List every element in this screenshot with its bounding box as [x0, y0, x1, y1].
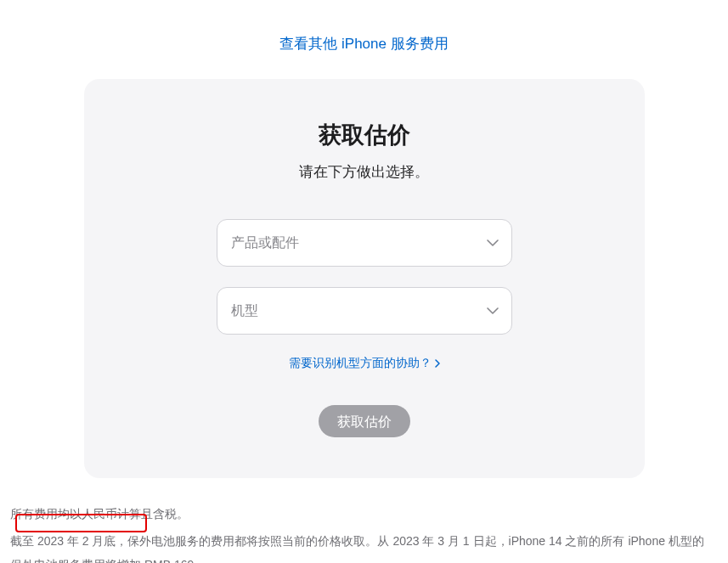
footer-line-2: 截至 2023 年 2 月底，保外电池服务的费用都将按照当前的价格收取。从 20…: [10, 529, 715, 563]
card-title: 获取估价: [118, 120, 611, 150]
card-subtitle: 请在下方做出选择。: [118, 162, 611, 182]
chevron-right-icon: [435, 357, 440, 370]
help-link-label: 需要识别机型方面的协助？: [289, 356, 432, 371]
product-select-placeholder: 产品或配件: [231, 234, 299, 252]
model-select-placeholder: 机型: [231, 302, 258, 320]
product-select[interactable]: 产品或配件: [217, 219, 512, 267]
estimate-card: 获取估价 请在下方做出选择。 产品或配件 机型 需要识别机型方面的协助？ 获取估…: [84, 79, 645, 478]
get-estimate-button[interactable]: 获取估价: [319, 405, 410, 437]
model-select[interactable]: 机型: [217, 287, 512, 335]
footer-line-1: 所有费用均以人民币计算且含税。: [10, 502, 715, 526]
footer-notes: 所有费用均以人民币计算且含税。 截至 2023 年 2 月底，保外电池服务的费用…: [10, 502, 715, 563]
view-other-services-link[interactable]: 查看其他 iPhone 服务费用: [279, 36, 448, 52]
identify-model-help-link[interactable]: 需要识别机型方面的协助？: [289, 356, 440, 371]
